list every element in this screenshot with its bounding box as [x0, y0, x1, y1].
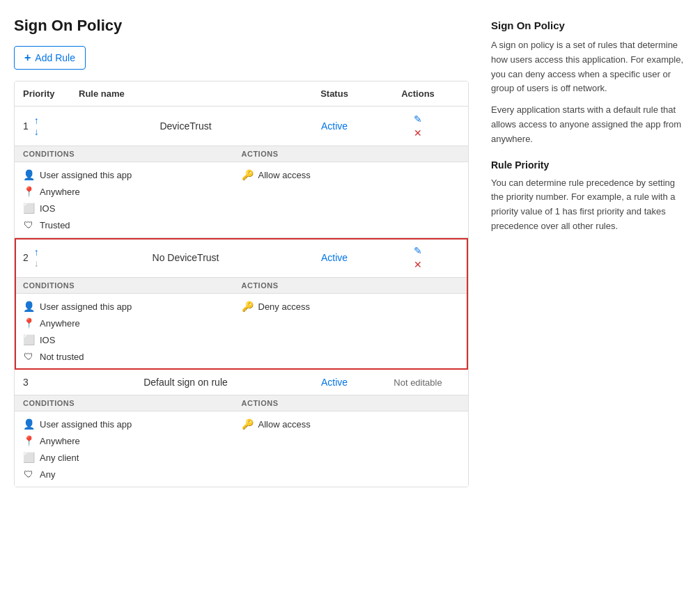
rule-name-3: Default sign on rule [79, 377, 293, 388]
condition-device-3: ⬜ Any client [23, 452, 242, 463]
arrow-down-2[interactable]: ↓ [34, 258, 39, 268]
shield-icon-1: 🛡 [23, 219, 34, 230]
arrow-down-1[interactable]: ↓ [34, 127, 39, 136]
condition-shield-3: 🛡 Any [23, 469, 242, 480]
conditions-label-2: CONDITIONS [23, 281, 242, 290]
key-icon-1: 🔑 [242, 169, 253, 180]
details-header-3: CONDITIONS ACTIONS [15, 395, 468, 411]
action-col-3: 🔑 Allow access [242, 418, 460, 480]
rule-summary-2: 2 ↑ ↓ No DeviceTrust Active ✎ ✕ [15, 238, 468, 277]
add-rule-button[interactable]: + Add Rule [14, 46, 86, 70]
priority-cell-2: 2 ↑ ↓ [23, 247, 79, 268]
condition-shield-1: 🛡 Trusted [23, 219, 242, 230]
arrow-group-2: ↑ ↓ [34, 247, 39, 268]
rule-summary-3: 3 Default sign on rule Active Not editab… [15, 370, 468, 395]
condition-col-2: 👤 User assigned this app 📍 Anywhere ⬜ IO… [23, 301, 242, 362]
status-3: Active [293, 377, 376, 388]
status-1: Active [293, 120, 376, 132]
actions-cell-2: ✎ ✕ [376, 245, 460, 270]
device-icon-2: ⬜ [23, 334, 34, 345]
details-body-3: 👤 User assigned this app 📍 Anywhere ⬜ An… [15, 411, 468, 487]
rule-row-1: 1 ↑ ↓ DeviceTrust Active ✎ ✕ [15, 107, 468, 238]
sidebar-desc1: A sign on policy is a set of rules that … [491, 38, 686, 96]
main-content: Sign On Policy + Add Rule Priority Rule … [14, 17, 469, 487]
rule-details-2: CONDITIONS ACTIONS 👤 User assigned this … [15, 277, 468, 369]
shield-icon-3: 🛡 [23, 469, 34, 480]
device-icon-1: ⬜ [23, 203, 34, 214]
arrow-group-1: ↑ ↓ [34, 116, 39, 136]
arrow-up-2[interactable]: ↑ [34, 247, 39, 257]
condition-col-3: 👤 User assigned this app 📍 Anywhere ⬜ An… [23, 418, 242, 480]
condition-device-2: ⬜ IOS [23, 334, 242, 345]
condition-person-1: 👤 User assigned this app [23, 169, 242, 180]
actions-cell-3: Not editable [376, 377, 460, 388]
conditions-label-3: CONDITIONS [23, 399, 242, 407]
details-header-1: CONDITIONS ACTIONS [15, 146, 468, 162]
location-icon-1: 📍 [23, 186, 34, 197]
actions-cell-1: ✎ ✕ [376, 113, 460, 139]
device-icon-3: ⬜ [23, 452, 34, 463]
priority-num-1: 1 [23, 120, 29, 132]
not-editable-label-3: Not editable [394, 377, 442, 388]
sidebar-desc2: Every application starts with a default … [491, 103, 686, 146]
shield-icon-2: 🛡 [23, 351, 34, 362]
sidebar-section-main: Sign On Policy A sign on policy is a set… [491, 19, 686, 147]
action-allow-3: 🔑 Allow access [242, 418, 460, 430]
person-icon-2: 👤 [23, 301, 34, 312]
sidebar-section-priority: Rule Priority You can determine rule pre… [491, 159, 686, 234]
rule-name-2: No DeviceTrust [79, 252, 293, 263]
rule-row-3: 3 Default sign on rule Active Not editab… [15, 370, 468, 487]
person-icon-3: 👤 [23, 418, 34, 430]
edit-icon-2[interactable]: ✎ [414, 245, 422, 256]
table-header: Priority Rule name Status Actions [15, 81, 468, 107]
location-icon-2: 📍 [23, 317, 34, 329]
actions-label-2: ACTIONS [242, 281, 460, 290]
policy-table: Priority Rule name Status Actions 1 ↑ ↓ … [14, 81, 469, 487]
person-icon-1: 👤 [23, 169, 34, 180]
col-rule-name: Rule name [79, 88, 293, 99]
rule-row-2: 2 ↑ ↓ No DeviceTrust Active ✎ ✕ [15, 238, 468, 370]
sidebar-title: Sign On Policy [491, 19, 686, 31]
action-col-2: 🔑 Deny access [242, 301, 460, 362]
condition-location-3: 📍 Anywhere [23, 435, 242, 446]
details-header-2: CONDITIONS ACTIONS [15, 277, 468, 294]
status-2: Active [293, 252, 376, 263]
condition-person-2: 👤 User assigned this app [23, 301, 242, 312]
priority-num-3: 3 [23, 377, 29, 388]
plus-icon: + [24, 52, 31, 64]
edit-icon-1[interactable]: ✎ [414, 113, 422, 125]
actions-label-1: ACTIONS [242, 150, 460, 158]
condition-col-1: 👤 User assigned this app 📍 Anywhere ⬜ IO… [23, 169, 242, 230]
key-icon-2: 🔑 [242, 301, 253, 312]
delete-icon-2[interactable]: ✕ [414, 259, 422, 270]
location-icon-3: 📍 [23, 435, 34, 446]
action-deny-2: 🔑 Deny access [242, 301, 460, 312]
rule-details-3: CONDITIONS ACTIONS 👤 User assigned this … [15, 395, 468, 487]
rule-name-1: DeviceTrust [79, 120, 293, 132]
col-actions: Actions [376, 88, 460, 99]
conditions-label-1: CONDITIONS [23, 150, 242, 158]
add-rule-label: Add Rule [35, 52, 75, 63]
col-status: Status [293, 88, 376, 99]
condition-person-3: 👤 User assigned this app [23, 418, 242, 430]
arrow-up-1[interactable]: ↑ [34, 116, 39, 125]
key-icon-3: 🔑 [242, 418, 253, 430]
action-allow-1: 🔑 Allow access [242, 169, 460, 180]
details-body-1: 👤 User assigned this app 📍 Anywhere ⬜ IO… [15, 162, 468, 237]
condition-device-1: ⬜ IOS [23, 203, 242, 214]
sidebar-priority-text: You can determine rule precedence by set… [491, 176, 686, 234]
condition-location-2: 📍 Anywhere [23, 317, 242, 329]
details-body-2: 👤 User assigned this app 📍 Anywhere ⬜ IO… [15, 294, 468, 369]
page-title: Sign On Policy [14, 17, 469, 35]
priority-cell-3: 3 [23, 377, 79, 388]
condition-location-1: 📍 Anywhere [23, 186, 242, 197]
action-col-1: 🔑 Allow access [242, 169, 460, 230]
delete-icon-1[interactable]: ✕ [414, 127, 422, 139]
actions-label-3: ACTIONS [242, 399, 460, 407]
condition-shield-2: 🛡 Not trusted [23, 351, 242, 362]
sidebar: Sign On Policy A sign on policy is a set… [491, 17, 686, 487]
col-priority: Priority [23, 88, 79, 99]
rule-details-1: CONDITIONS ACTIONS 👤 User assigned this … [15, 146, 468, 237]
sidebar-priority-title: Rule Priority [491, 159, 686, 171]
priority-num-2: 2 [23, 252, 29, 263]
